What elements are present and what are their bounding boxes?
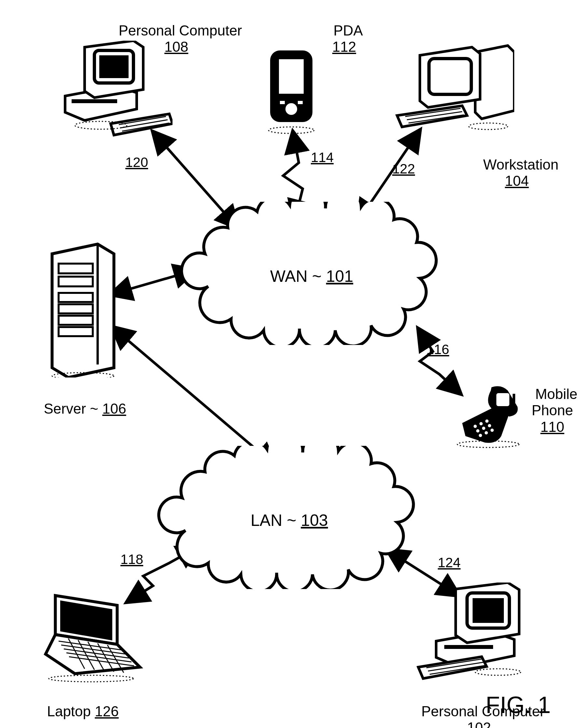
svg-point-30	[476, 429, 479, 433]
mobile-phone-icon	[452, 384, 524, 449]
svg-point-9	[285, 103, 297, 115]
svg-point-49	[49, 675, 133, 682]
svg-point-34	[485, 431, 488, 435]
wan-cloud-label: WAN ~ 101	[270, 267, 353, 286]
mobile-label: Mobile Phone 110	[527, 369, 577, 435]
svg-rect-2	[99, 55, 129, 78]
personal-computer-bottom-icon	[417, 582, 534, 683]
svg-point-27	[474, 425, 477, 428]
svg-point-17	[469, 123, 508, 130]
svg-point-31	[482, 427, 485, 430]
pda-label: PDA 112	[326, 6, 363, 55]
edge-label-116: 116	[426, 342, 449, 357]
svg-point-12	[269, 127, 314, 133]
svg-rect-25	[58, 327, 93, 336]
svg-rect-22	[58, 293, 93, 302]
svg-point-35	[490, 428, 494, 432]
svg-point-29	[485, 419, 488, 423]
workstation-label: Workstation 104	[475, 140, 558, 189]
personal-computer-icon	[62, 41, 173, 138]
svg-point-56	[475, 669, 521, 675]
figure-label: FIG. 1	[486, 692, 551, 718]
svg-rect-23	[58, 304, 93, 313]
workstation-icon	[394, 42, 514, 140]
laptop-icon	[26, 592, 143, 683]
svg-rect-13	[429, 58, 471, 94]
svg-rect-8	[278, 58, 304, 94]
svg-point-33	[479, 434, 482, 437]
pc108-label: Personal Computer 108	[111, 6, 242, 55]
svg-rect-10	[280, 101, 285, 104]
laptop-label: Laptop 126	[39, 687, 119, 720]
svg-point-28	[479, 422, 483, 425]
server-icon	[42, 241, 121, 378]
svg-rect-0	[72, 99, 117, 103]
svg-rect-24	[58, 316, 93, 325]
svg-rect-50	[444, 645, 493, 649]
edge-label-114: 114	[311, 150, 334, 165]
svg-rect-52	[473, 598, 504, 623]
svg-rect-36	[496, 393, 509, 406]
svg-rect-20	[58, 264, 93, 274]
svg-rect-11	[298, 101, 303, 104]
edge-server-lan	[112, 327, 275, 465]
svg-point-32	[488, 424, 491, 427]
edge-label-124: 124	[438, 555, 460, 571]
edge-label-122: 122	[392, 161, 415, 177]
lan-cloud-label: LAN ~ 103	[251, 511, 328, 530]
svg-rect-21	[58, 277, 93, 286]
edge-label-118: 118	[121, 552, 143, 567]
server-label: Server ~ 106	[36, 384, 126, 417]
pda-icon	[260, 47, 322, 138]
svg-rect-37	[513, 394, 515, 404]
edge-label-120: 120	[125, 155, 148, 170]
